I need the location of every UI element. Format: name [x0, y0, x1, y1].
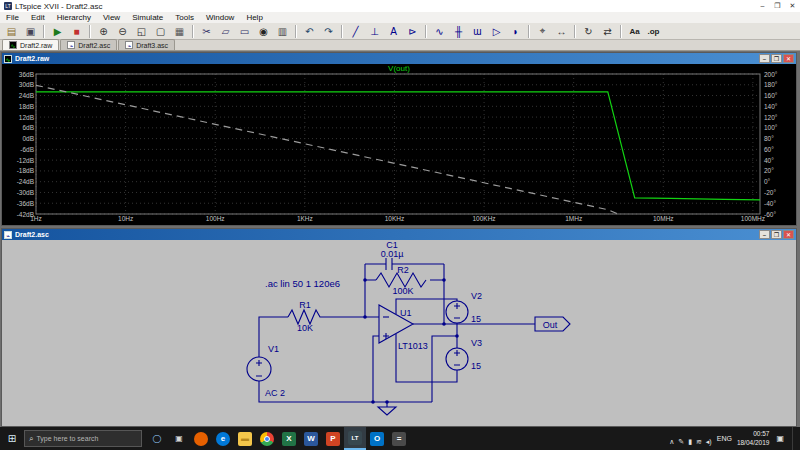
tray-battery-icon[interactable]: ▮ [688, 438, 692, 445]
toolbar-spice-directive-icon[interactable]: .op [644, 23, 663, 40]
toolbar-halt-icon[interactable]: ■ [67, 23, 86, 40]
r1-ref: R1 [299, 300, 311, 310]
toolbar-cut-icon[interactable]: ✂ [197, 23, 216, 40]
close-button[interactable]: ✕ [785, 0, 800, 12]
waveform-window-titlebar[interactable]: ∿ Draft2.raw – ❐ ✕ [2, 53, 796, 64]
taskbar-excel-icon[interactable]: X [278, 427, 300, 450]
taskbar-firefox-icon[interactable] [190, 427, 212, 450]
tab-draft3.asc[interactable]: ⌁Draft3.asc [118, 39, 175, 50]
y-left-tick: -12dB [4, 157, 34, 164]
action-center-icon[interactable]: ▣ [776, 434, 784, 443]
toolbar-text-icon[interactable]: Aa [625, 23, 644, 40]
tray-network-icon[interactable]: ≋ [696, 438, 702, 445]
toolbar-zoom-in-icon[interactable]: ⊕ [94, 23, 113, 40]
menu-hierarchy[interactable]: Hierarchy [51, 12, 97, 23]
wave-restore-button[interactable]: ❐ [771, 54, 782, 63]
toolbar-paste-icon[interactable]: ▭ [235, 23, 254, 40]
tray-hidden-icons-icon[interactable]: ∧ [669, 438, 674, 445]
schematic-restore-button[interactable]: ❐ [771, 230, 782, 239]
out-port-flag[interactable]: Out [535, 317, 570, 331]
taskbar-powerpoint-icon[interactable]: P [322, 427, 344, 450]
ground-symbol[interactable] [378, 407, 396, 415]
minimize-button[interactable]: – [755, 0, 770, 12]
component-v2[interactable]: V2 15 [446, 291, 482, 324]
taskbar-outlook-icon[interactable]: O [366, 427, 388, 450]
tray-volume-icon[interactable]: ◂) [706, 438, 712, 445]
menu-edit[interactable]: Edit [25, 12, 51, 23]
menu-help[interactable]: Help [240, 12, 268, 23]
y-right-tick: -60° [764, 211, 776, 218]
toolbar-undo-icon[interactable]: ↶ [300, 23, 319, 40]
menu-simulate[interactable]: Simulate [126, 12, 169, 23]
toolbar-copy-icon[interactable]: ▱ [216, 23, 235, 40]
toolbar-zoom-out-icon[interactable]: ⊖ [113, 23, 132, 40]
v1-value: AC 2 [265, 388, 285, 398]
component-v3[interactable]: V3 15 [446, 338, 482, 371]
toolbar-zoom-area-icon[interactable]: ◱ [132, 23, 151, 40]
taskbar-task-view-icon[interactable]: ▣ [168, 427, 190, 450]
language-indicator[interactable]: ENG [717, 435, 732, 442]
component-r2[interactable]: R2 100K [376, 265, 426, 296]
show-desktop-button[interactable] [792, 427, 796, 450]
schematic-close-button[interactable]: ✕ [783, 230, 794, 239]
toolbar-zoom-full-extents-icon[interactable]: ▢ [151, 23, 170, 40]
taskbar-search[interactable]: ⌕ Type here to search [24, 430, 142, 447]
toolbar-ground-icon[interactable]: ⊥ [365, 23, 384, 40]
toolbar-diode-icon[interactable]: ▷ [487, 23, 506, 40]
schematic-window-titlebar[interactable]: ⌁ Draft2.asc – ❐ ✕ [2, 229, 796, 240]
menu-window[interactable]: Window [200, 12, 240, 23]
toolbar-inductor-icon[interactable]: ɯ [468, 23, 487, 40]
spice-directive-text[interactable]: .ac lin 50 1 120e6 [265, 278, 340, 289]
tab-draft2.asc[interactable]: ⌁Draft2.asc [60, 39, 117, 50]
tab-draft2.raw[interactable]: ∿Draft2.raw [2, 39, 59, 50]
toolbar-open-icon[interactable]: ▤ [2, 23, 21, 40]
tray-pen-icon[interactable]: ✎ [678, 438, 684, 445]
task-view-glyph: ▣ [172, 432, 186, 446]
trace-label[interactable]: V(out) [2, 64, 796, 73]
menu-view[interactable]: View [97, 12, 126, 23]
taskbar-cortana-icon[interactable]: ◯ [146, 427, 168, 450]
schematic-canvas[interactable]: C1 0.01µ R2 100K R1 10K [2, 240, 796, 426]
schematic-minimize-button[interactable]: – [759, 230, 770, 239]
taskbar-calculator-icon[interactable]: = [388, 427, 410, 450]
waveform-plot[interactable]: V(out) 36dB30dB24dB18dB12dB6dB0dB-6dB-12… [2, 64, 796, 225]
taskbar-chrome-icon[interactable] [256, 427, 278, 450]
taskbar-file-explorer-icon[interactable]: ▬ [234, 427, 256, 450]
toolbar-wire-icon[interactable]: ╱ [346, 23, 365, 40]
toolbar-drag-icon[interactable]: ↔ [552, 23, 571, 40]
component-r1[interactable]: R1 10K [288, 300, 322, 333]
y-left-tick: 24dB [4, 92, 34, 99]
toolbar-port-icon[interactable]: ⊳ [403, 23, 422, 40]
taskbar-edge-icon[interactable]: e [212, 427, 234, 450]
wave-minimize-button[interactable]: – [759, 54, 770, 63]
trace-vout-magnitude[interactable] [36, 92, 760, 200]
menu-file[interactable]: File [0, 12, 25, 23]
toolbar-print-icon[interactable]: ▥ [273, 23, 292, 40]
x-tick: 100Hz [206, 215, 225, 222]
toolbar-rotate-icon[interactable]: ↻ [579, 23, 598, 40]
component-v1[interactable]: V1 AC 2 [247, 344, 285, 398]
taskbar-ltspice-icon[interactable]: LT [344, 427, 366, 450]
toolbar-redo-icon[interactable]: ↷ [319, 23, 338, 40]
start-button[interactable]: ⊞ [0, 433, 24, 444]
menu-tools[interactable]: Tools [169, 12, 200, 23]
maximize-button[interactable]: ❐ [770, 0, 785, 12]
taskbar-word-icon[interactable]: W [300, 427, 322, 450]
component-u1-opamp[interactable]: U1 LT1013 [379, 305, 428, 351]
toolbar-grid-icon[interactable]: ▦ [170, 23, 189, 40]
wave-close-button[interactable]: ✕ [783, 54, 794, 63]
toolbar-save-icon[interactable]: ▣ [21, 23, 40, 40]
toolbar-label-net-icon[interactable]: A [384, 23, 403, 40]
clock[interactable]: 00:57 18/04/2019 [737, 430, 770, 446]
toolbar-find-icon[interactable]: ◉ [254, 23, 273, 40]
toolbar-capacitor-icon[interactable]: ╫ [449, 23, 468, 40]
schematic-drawing: C1 0.01µ R2 100K R1 10K [2, 240, 796, 426]
toolbar-mirror-icon[interactable]: ⇄ [598, 23, 617, 40]
toolbar-run-icon[interactable]: ▶ [48, 23, 67, 40]
toolbar-component-icon[interactable]: ◗ [506, 23, 525, 40]
waveform-window-icon: ∿ [4, 55, 12, 63]
toolbar-resistor-icon[interactable]: ∿ [430, 23, 449, 40]
toolbar-move-icon[interactable]: ⌖ [533, 23, 552, 40]
y-right-tick: 180° [764, 81, 777, 88]
sch-tab-icon: ⌁ [67, 41, 75, 49]
